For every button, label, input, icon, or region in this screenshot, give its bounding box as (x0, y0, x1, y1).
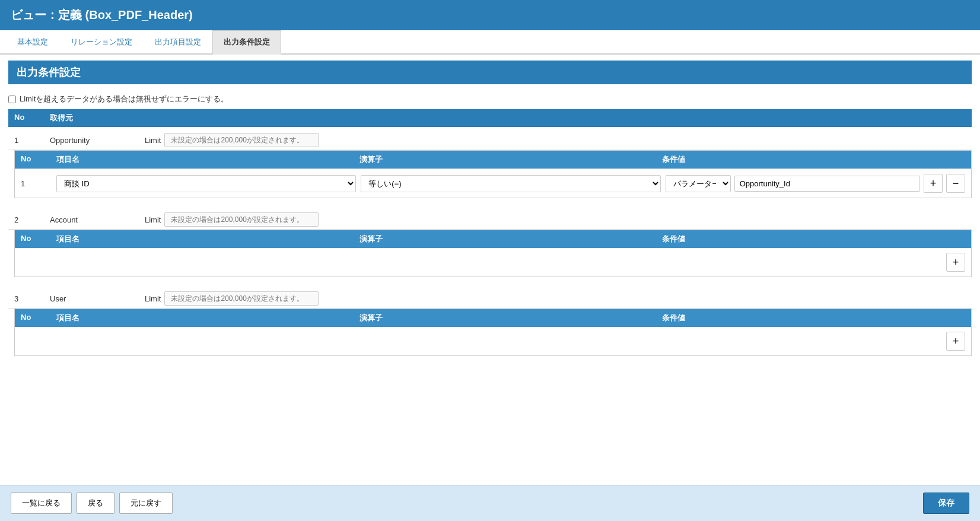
source-row-3: 3 User Limit (8, 285, 972, 309)
limit-error-checkbox[interactable] (8, 96, 16, 103)
source-no-2: 2 (14, 215, 50, 224)
add-row-3: + (15, 327, 971, 355)
tab-output-items[interactable]: 出力項目設定 (144, 30, 212, 55)
source-limit-input-1[interactable] (164, 133, 319, 147)
source-row-2: 2 Account Limit (8, 207, 972, 230)
condition-value-input-1-1[interactable] (734, 176, 920, 192)
inner-row-item-1-1: 商談 ID (56, 175, 361, 192)
limit-checkbox-row: Limitを超えるデータがある場合は無視せずにエラーにする。 (8, 89, 972, 109)
inner-table-header-3: No 項目名 演算子 条件値 (15, 309, 971, 327)
tab-relation[interactable]: リレーション設定 (59, 30, 144, 55)
inner-th-no-3: No (21, 313, 56, 323)
limit-checkbox-label: Limitを超えるデータがある場合は無視せずにエラーにする。 (20, 94, 228, 104)
source-name-2: Account (50, 215, 145, 224)
inner-th-val-2: 条件値 (662, 234, 965, 244)
window-title: ビュー：定義 (Box_PDF_Header) (11, 8, 193, 21)
add-condition-button-3[interactable]: + (946, 332, 965, 351)
inner-table-1: No 項目名 演算子 条件値 1 商談 ID 等しい(=) (14, 150, 972, 198)
inner-row-val-1-1: パラメーターを + − (666, 174, 965, 193)
inner-table-3: No 項目名 演算子 条件値 + (14, 309, 972, 356)
main-window: ビュー：定義 (Box_PDF_Header) 基本設定 リレーション設定 出力… (0, 0, 980, 521)
inner-table-header-1: No 項目名 演算子 条件値 (15, 151, 971, 169)
content-area: Limitを超えるデータがある場合は無視せずにエラーにする。 No 取得元 1 … (0, 89, 980, 485)
remove-condition-button-1-1[interactable]: − (946, 174, 965, 193)
source-block-3: 3 User Limit No 項目名 演算子 条件値 + (8, 285, 972, 356)
inner-th-no-2: No (21, 234, 56, 244)
main-th-source: 取得元 (50, 113, 966, 123)
inner-row-op-1-1: 等しい(=) (361, 175, 665, 192)
save-button[interactable]: 保存 (923, 493, 969, 514)
inner-table-2: No 項目名 演算子 条件値 + (14, 230, 972, 277)
tab-basic[interactable]: 基本設定 (6, 30, 59, 55)
source-no-1: 1 (14, 136, 50, 145)
inner-row-1-1: 1 商談 ID 等しい(=) パラメーターを (15, 169, 971, 198)
source-limit-label-1: Limit (145, 136, 161, 145)
inner-row-no-1-1: 1 (21, 179, 56, 188)
source-limit-input-3[interactable] (164, 291, 319, 306)
source-limit-input-2[interactable] (164, 212, 319, 227)
inner-th-val-3: 条件値 (662, 313, 965, 323)
main-table-header: No 取得元 (8, 109, 972, 127)
operator-select-1-1[interactable]: 等しい(=) (361, 175, 660, 192)
condition-type-select-1-1[interactable]: パラメーターを (666, 175, 731, 192)
add-condition-button-1-1[interactable]: + (924, 174, 943, 193)
tabs-bar: 基本設定 リレーション設定 出力項目設定 出力条件設定 (0, 30, 980, 55)
title-bar: ビュー：定義 (Box_PDF_Header) (0, 0, 980, 30)
inner-th-op-2: 演算子 (359, 234, 663, 244)
main-th-no: No (14, 113, 50, 123)
source-block-1: 1 Opportunity Limit No 項目名 演算子 条件値 1 (8, 127, 972, 198)
revert-button[interactable]: 元に戻す (119, 493, 173, 514)
source-limit-label-3: Limit (145, 294, 161, 303)
section-header: 出力条件設定 (8, 61, 972, 84)
source-block-2: 2 Account Limit No 項目名 演算子 条件値 + (8, 207, 972, 277)
footer-bar: 一覧に戻る 戻る 元に戻す 保存 (0, 485, 980, 521)
inner-th-no-1: No (21, 154, 56, 165)
source-name-3: User (50, 294, 145, 303)
inner-th-val-1: 条件値 (662, 154, 965, 165)
tab-output-conditions[interactable]: 出力条件設定 (212, 30, 281, 55)
inner-table-header-2: No 項目名 演算子 条件値 (15, 230, 971, 248)
source-limit-label-2: Limit (145, 215, 161, 224)
back-list-button[interactable]: 一覧に戻る (11, 493, 72, 514)
add-condition-button-2[interactable]: + (946, 253, 965, 272)
source-row-1: 1 Opportunity Limit (8, 127, 972, 150)
inner-th-item-2: 項目名 (56, 234, 359, 244)
inner-th-op-3: 演算子 (359, 313, 663, 323)
inner-th-item-3: 項目名 (56, 313, 359, 323)
item-select-1-1[interactable]: 商談 ID (56, 175, 356, 192)
inner-th-item-1: 項目名 (56, 154, 359, 165)
footer-left: 一覧に戻る 戻る 元に戻す (11, 493, 173, 514)
add-row-2: + (15, 248, 971, 277)
back-button[interactable]: 戻る (77, 493, 114, 514)
inner-th-op-1: 演算子 (359, 154, 663, 165)
source-name-1: Opportunity (50, 136, 145, 145)
source-no-3: 3 (14, 294, 50, 303)
